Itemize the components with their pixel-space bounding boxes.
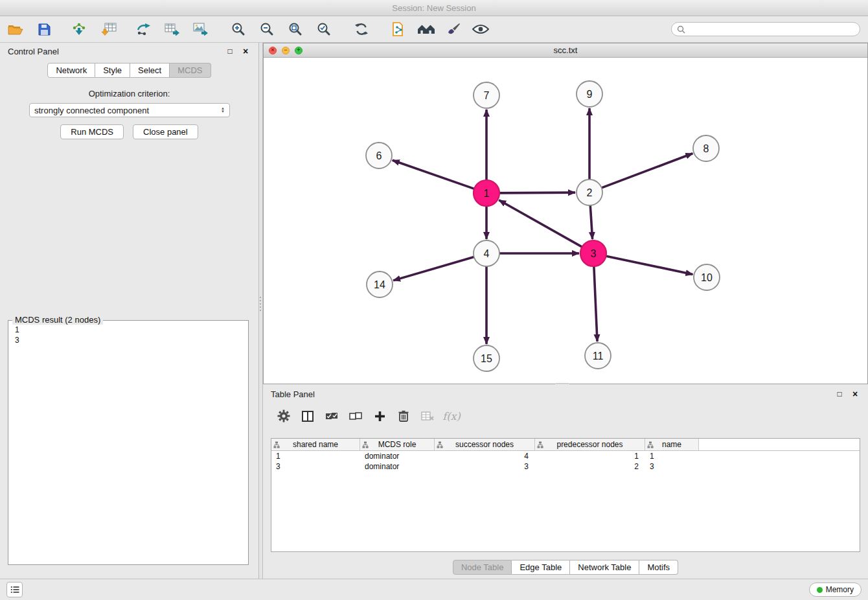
table-row[interactable]: 3dominator323 bbox=[271, 461, 860, 472]
tab-motifs[interactable]: Motifs bbox=[639, 560, 678, 575]
column-header-predecessor-nodes[interactable]: predecessor nodes bbox=[535, 439, 645, 450]
control-panel-float-icon[interactable]: □ bbox=[225, 46, 235, 56]
show-graphics-details-icon[interactable] bbox=[472, 20, 490, 38]
maximize-window-icon[interactable]: + bbox=[295, 47, 303, 54]
graph-node-3[interactable]: 3 bbox=[580, 240, 606, 266]
tab-node-table[interactable]: Node Table bbox=[453, 560, 512, 575]
zoom-selected-icon[interactable] bbox=[315, 20, 333, 38]
column-label: MCDS role bbox=[378, 440, 417, 449]
graph-node-6[interactable]: 6 bbox=[366, 143, 392, 168]
tab-mcds[interactable]: MCDS bbox=[170, 63, 211, 78]
memory-button[interactable]: Memory bbox=[809, 583, 862, 597]
graph-node-9[interactable]: 9 bbox=[577, 81, 602, 107]
graph-edge-1-6[interactable] bbox=[393, 160, 474, 189]
main-toolbar bbox=[0, 16, 868, 43]
window-titlebar[interactable]: Session: New Session bbox=[0, 0, 868, 16]
status-menu-button[interactable] bbox=[6, 582, 23, 597]
column-header-MCDS-role[interactable]: MCDS role bbox=[360, 439, 435, 450]
floppy-glyph bbox=[38, 23, 51, 36]
mcds-result-item[interactable]: 1 bbox=[15, 325, 242, 335]
zoom-fit-icon[interactable] bbox=[286, 20, 304, 38]
graph-edge-4-14[interactable] bbox=[393, 257, 474, 281]
tab-select[interactable]: Select bbox=[130, 63, 170, 78]
close-panel-button[interactable]: Close panel bbox=[133, 124, 198, 139]
tab-style[interactable]: Style bbox=[95, 63, 130, 78]
export-table-icon[interactable] bbox=[163, 20, 181, 38]
graph-edge-3-1[interactable] bbox=[499, 200, 582, 247]
add-row-icon[interactable] bbox=[373, 409, 386, 423]
network-canvas[interactable]: 7968124314101511 bbox=[264, 58, 867, 384]
column-header-name[interactable]: name bbox=[645, 439, 699, 450]
table-cell[interactable]: 1 bbox=[535, 451, 645, 461]
apply-layout-icon[interactable] bbox=[352, 20, 371, 38]
save-session-icon[interactable] bbox=[35, 20, 53, 38]
graph-node-1[interactable]: 1 bbox=[474, 180, 499, 206]
style-brush-icon[interactable] bbox=[444, 20, 463, 38]
graph-node-15[interactable]: 15 bbox=[474, 345, 499, 371]
graph-node-2[interactable]: 2 bbox=[577, 179, 602, 205]
unselect-all-icon[interactable] bbox=[349, 409, 362, 423]
table-cell[interactable]: 1 bbox=[271, 451, 360, 461]
table-cell[interactable]: dominator bbox=[360, 461, 435, 472]
column-header-successor-nodes[interactable]: successor nodes bbox=[435, 439, 535, 450]
graph-node-10[interactable]: 10 bbox=[694, 264, 720, 290]
graph-node-11[interactable]: 11 bbox=[585, 343, 611, 369]
tab-network[interactable]: Network bbox=[47, 63, 95, 78]
mcds-result-list[interactable]: 13 bbox=[8, 321, 248, 349]
zoom-out-icon[interactable] bbox=[258, 20, 276, 38]
open-session-icon[interactable] bbox=[6, 20, 25, 38]
table-cell[interactable]: 2 bbox=[535, 461, 645, 472]
table-cell[interactable]: 3 bbox=[271, 461, 360, 472]
table-settings-icon[interactable] bbox=[277, 409, 290, 423]
zoom-in-glyph bbox=[231, 22, 246, 36]
table-cell[interactable]: 3 bbox=[645, 461, 699, 472]
show-columns-icon[interactable] bbox=[301, 409, 314, 423]
tab-edge-table[interactable]: Edge Table bbox=[512, 560, 570, 575]
share-network-icon[interactable] bbox=[390, 20, 408, 38]
table-body: 1dominator4113dominator323 bbox=[271, 451, 860, 472]
graph-node-4[interactable]: 4 bbox=[474, 240, 499, 266]
graph-node-14[interactable]: 14 bbox=[367, 271, 393, 297]
table-row[interactable]: 1dominator411 bbox=[271, 451, 860, 461]
run-mcds-button[interactable]: Run MCDS bbox=[60, 124, 124, 139]
table-panel-float-icon[interactable]: □ bbox=[834, 389, 845, 399]
home-glyph bbox=[417, 23, 435, 35]
table-cell[interactable]: 1 bbox=[645, 451, 699, 461]
graph-node-7[interactable]: 7 bbox=[474, 82, 499, 108]
graph-edge-2-8[interactable] bbox=[602, 154, 693, 188]
export-image-icon[interactable] bbox=[192, 20, 210, 38]
column-type-icon bbox=[362, 441, 369, 450]
import-network-icon[interactable] bbox=[70, 20, 88, 38]
network-window-titlebar[interactable]: × − + scc.txt bbox=[264, 43, 867, 58]
table-cell[interactable]: dominator bbox=[360, 451, 435, 461]
table-cell[interactable]: 3 bbox=[435, 461, 535, 472]
column-label: name bbox=[662, 440, 681, 449]
export-network-icon[interactable] bbox=[135, 20, 153, 38]
select-all-icon[interactable] bbox=[325, 409, 338, 423]
close-window-icon[interactable]: × bbox=[269, 47, 277, 54]
search-box[interactable] bbox=[671, 22, 860, 36]
import-table-icon[interactable] bbox=[100, 20, 118, 38]
criterion-dropdown[interactable]: strongly connected component ▲▼ bbox=[29, 103, 230, 117]
delete-table-icon[interactable] bbox=[421, 409, 434, 423]
mcds-result-item[interactable]: 3 bbox=[15, 335, 242, 345]
eye-glyph bbox=[472, 24, 489, 34]
tab-network-table[interactable]: Network Table bbox=[570, 560, 639, 575]
graph-node-8[interactable]: 8 bbox=[693, 135, 719, 161]
table-cell[interactable]: 4 bbox=[435, 451, 535, 461]
graph-edge-1-2[interactable] bbox=[499, 192, 575, 193]
delete-row-icon[interactable] bbox=[397, 409, 410, 423]
export-image-glyph bbox=[193, 23, 209, 36]
home-icon[interactable] bbox=[417, 20, 435, 38]
minimize-window-icon[interactable]: − bbox=[282, 47, 290, 54]
graph-edge-3-10[interactable] bbox=[606, 256, 693, 274]
graph-edge-2-3[interactable] bbox=[590, 205, 592, 239]
column-header-shared-name[interactable]: shared name bbox=[271, 439, 360, 450]
zoom-in-icon[interactable] bbox=[229, 20, 247, 38]
table-panel-close-icon[interactable]: × bbox=[850, 389, 860, 399]
network-graph: 7968124314101511 bbox=[264, 58, 867, 384]
graph-edge-3-11[interactable] bbox=[594, 266, 597, 341]
control-panel-close-icon[interactable]: × bbox=[240, 46, 251, 56]
function-builder-icon[interactable]: f(x) bbox=[445, 409, 458, 423]
search-input[interactable] bbox=[689, 25, 854, 34]
